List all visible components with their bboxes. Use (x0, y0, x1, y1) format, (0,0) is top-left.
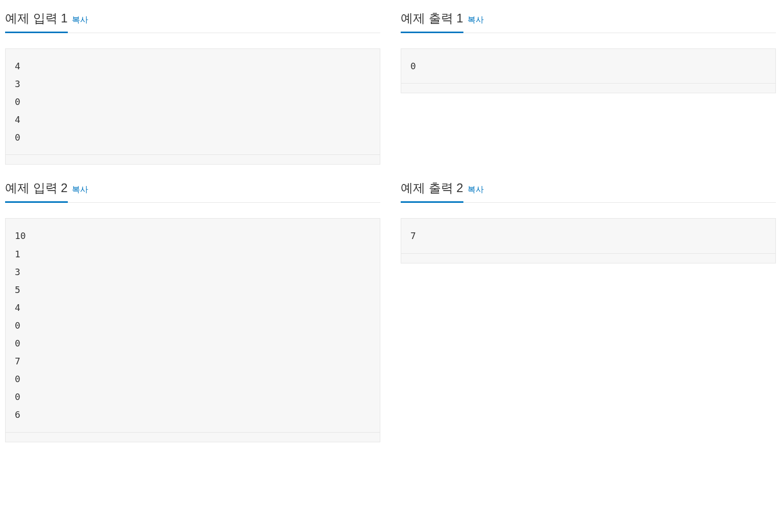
example-output-code[interactable]: 0 (401, 48, 776, 84)
code-footer (5, 432, 380, 442)
example-row-2: 예제 입력 2 복사 10 1 3 5 4 0 0 7 0 0 6 예제 출력 … (5, 180, 776, 442)
copy-button[interactable]: 복사 (72, 15, 88, 31)
section-header: 예제 출력 2 복사 (401, 180, 776, 203)
example-input-col-1: 예제 입력 1 복사 4 3 0 4 0 (5, 10, 380, 165)
section-header: 예제 입력 1 복사 (5, 10, 380, 33)
example-output-col-2: 예제 출력 2 복사 7 (401, 180, 776, 442)
example-output-code[interactable]: 7 (401, 218, 776, 253)
copy-button[interactable]: 복사 (467, 184, 484, 200)
example-input-code[interactable]: 4 3 0 4 0 (5, 48, 380, 155)
example-output-title: 예제 출력 2 (401, 180, 463, 203)
example-input-col-2: 예제 입력 2 복사 10 1 3 5 4 0 0 7 0 0 6 (5, 180, 380, 442)
copy-button[interactable]: 복사 (72, 184, 88, 200)
example-input-title: 예제 입력 1 (5, 10, 68, 33)
example-output-col-1: 예제 출력 1 복사 0 (401, 10, 776, 165)
section-header: 예제 입력 2 복사 (5, 180, 380, 203)
code-footer (5, 154, 380, 165)
example-output-title: 예제 출력 1 (401, 10, 463, 33)
copy-button[interactable]: 복사 (467, 15, 484, 31)
example-input-code[interactable]: 10 1 3 5 4 0 0 7 0 0 6 (5, 218, 380, 432)
example-row-1: 예제 입력 1 복사 4 3 0 4 0 예제 출력 1 복사 0 (5, 10, 776, 165)
section-header: 예제 출력 1 복사 (401, 10, 776, 33)
examples-container: 예제 입력 1 복사 4 3 0 4 0 예제 출력 1 복사 0 예제 입력 … (5, 10, 776, 442)
code-footer (401, 253, 776, 263)
example-input-title: 예제 입력 2 (5, 180, 68, 203)
code-footer (401, 83, 776, 93)
